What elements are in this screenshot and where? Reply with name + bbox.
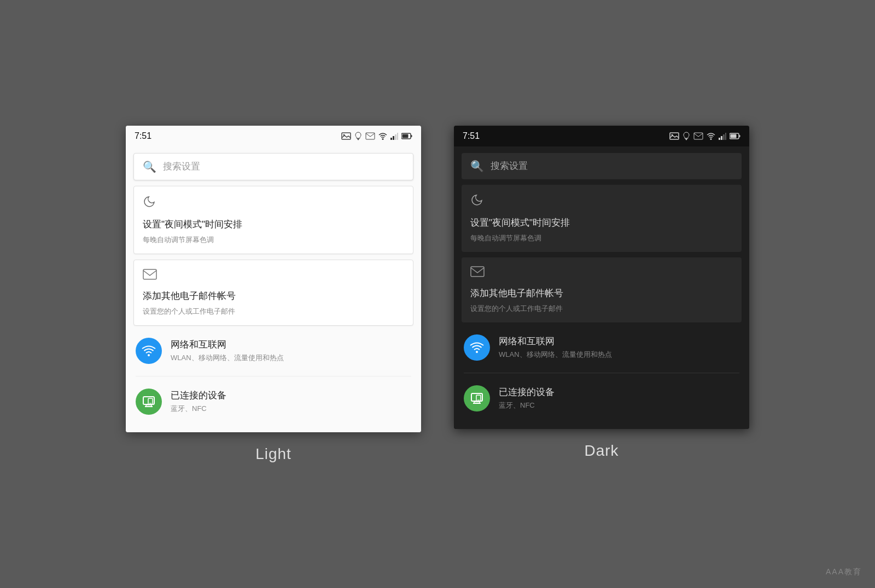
dark-divider xyxy=(464,373,739,373)
svg-rect-26 xyxy=(719,138,720,140)
svg-point-34 xyxy=(476,351,478,353)
device-icon-circle-dark xyxy=(469,391,485,406)
dark-devices-title: 已连接的设备 xyxy=(499,386,555,398)
gmail-card-icon-light xyxy=(143,269,404,283)
light-network-item[interactable]: 网络和互联网 WLAN、移动网络、流量使用和热点 xyxy=(133,331,413,371)
light-devices-subtitle: 蓝牙、NFC xyxy=(171,404,226,414)
svg-rect-31 xyxy=(731,134,737,138)
gmail-icon-light xyxy=(365,132,375,140)
wifi-circle-icon-dark xyxy=(464,334,490,361)
dark-network-title: 网络和互联网 xyxy=(499,335,612,348)
device-circle-icon-dark xyxy=(464,385,490,411)
svg-rect-0 xyxy=(342,133,351,139)
signal-icon-light xyxy=(390,132,398,140)
svg-rect-4 xyxy=(366,133,375,139)
gmail-icon-dark xyxy=(693,132,703,140)
svg-rect-13 xyxy=(143,269,156,279)
dark-status-time: 7:51 xyxy=(463,131,480,141)
dark-devices-text: 已连接的设备 蓝牙、NFC xyxy=(499,386,555,410)
dark-phone-content: 🔍 搜索设置 设置"夜间模式"时间安排 每晚自动调节屏幕色调 xyxy=(454,146,749,429)
dark-network-subtitle: WLAN、移动网络、流量使用和热点 xyxy=(499,350,612,360)
light-email-subtitle: 设置您的个人或工作电子邮件 xyxy=(143,307,404,316)
light-divider xyxy=(136,376,411,377)
light-email-title: 添加其他电子邮件帐号 xyxy=(143,290,404,302)
light-status-icons xyxy=(341,132,412,140)
battery-icon-light xyxy=(401,133,412,139)
svg-point-5 xyxy=(382,138,384,140)
wifi-circle-icon-light xyxy=(136,338,162,364)
dark-status-bar: 7:51 xyxy=(454,126,749,146)
light-email-card[interactable]: 添加其他电子邮件帐号 设置您的个人或工作电子邮件 xyxy=(133,260,413,326)
image-icon-light xyxy=(341,132,351,140)
dark-devices-subtitle: 蓝牙、NFC xyxy=(499,401,555,410)
dark-search-text: 搜索设置 xyxy=(491,160,528,172)
moon-icon-light xyxy=(143,195,404,211)
device-circle-icon-light xyxy=(136,389,162,415)
light-status-bar: 7:51 xyxy=(126,126,421,146)
image-icon-dark xyxy=(669,132,679,140)
device-icon-circle-light xyxy=(141,394,156,409)
svg-rect-32 xyxy=(739,135,740,137)
light-network-text: 网络和互联网 WLAN、移动网络、流量使用和热点 xyxy=(171,338,284,363)
light-search-bar[interactable]: 🔍 搜索设置 xyxy=(133,153,413,180)
light-phone: 7:51 xyxy=(126,126,421,432)
light-night-mode-title: 设置"夜间模式"时间安排 xyxy=(143,218,404,231)
battery-icon-dark xyxy=(730,133,740,139)
svg-rect-11 xyxy=(402,134,409,138)
dark-devices-item[interactable]: 已连接的设备 蓝牙、NFC xyxy=(462,379,742,418)
dark-status-icons xyxy=(669,132,740,140)
svg-rect-29 xyxy=(725,133,726,140)
wifi-icon-light xyxy=(378,132,387,140)
dark-search-bar[interactable]: 🔍 搜索设置 xyxy=(462,153,742,179)
wifi-icon-dark xyxy=(707,132,715,140)
svg-rect-6 xyxy=(390,138,392,140)
bulb-icon-dark xyxy=(682,132,690,140)
gmail-card-icon-dark xyxy=(470,266,733,280)
light-network-subtitle: WLAN、移动网络、流量使用和热点 xyxy=(171,353,284,363)
dark-email-card[interactable]: 添加其他电子邮件帐号 设置您的个人或工作电子邮件 xyxy=(462,257,742,322)
dark-email-subtitle: 设置您的个人或工作电子邮件 xyxy=(470,304,733,314)
light-section: 7:51 xyxy=(126,126,421,463)
dark-label: Dark xyxy=(584,442,619,460)
search-icon-dark: 🔍 xyxy=(470,160,484,173)
light-night-mode-subtitle: 每晚自动调节屏幕色调 xyxy=(143,235,404,245)
svg-rect-24 xyxy=(694,133,703,139)
svg-rect-28 xyxy=(723,134,725,140)
dark-network-item[interactable]: 网络和互联网 WLAN、移动网络、流量使用和热点 xyxy=(462,328,742,367)
dark-network-text: 网络和互联网 WLAN、移动网络、流量使用和热点 xyxy=(499,335,612,360)
light-night-mode-card[interactable]: 设置"夜间模式"时间安排 每晚自动调节屏幕色调 xyxy=(133,186,413,254)
watermark: AAA教育 xyxy=(826,567,862,577)
light-search-text: 搜索设置 xyxy=(163,160,200,173)
dark-night-mode-subtitle: 每晚自动调节屏幕色调 xyxy=(470,233,733,243)
light-devices-text: 已连接的设备 蓝牙、NFC xyxy=(171,389,226,414)
light-devices-item[interactable]: 已连接的设备 蓝牙、NFC xyxy=(133,382,413,421)
wifi-icon-circle-light xyxy=(141,345,156,357)
wifi-icon-circle-dark xyxy=(469,342,485,354)
light-status-time: 7:51 xyxy=(135,131,151,141)
svg-rect-27 xyxy=(721,136,722,140)
main-container: 7:51 xyxy=(104,104,771,485)
svg-rect-33 xyxy=(471,267,484,277)
svg-rect-12 xyxy=(411,135,412,137)
svg-point-14 xyxy=(148,354,150,356)
bulb-icon-light xyxy=(354,132,362,140)
light-devices-title: 已连接的设备 xyxy=(171,389,226,402)
search-icon-light: 🔍 xyxy=(143,160,156,173)
signal-icon-dark xyxy=(719,132,726,140)
svg-rect-8 xyxy=(395,134,396,140)
svg-rect-9 xyxy=(397,133,398,140)
light-label: Light xyxy=(255,445,291,463)
light-phone-content: 🔍 搜索设置 设置"夜间模式"时间安排 每晚自动调节屏幕色调 xyxy=(126,146,421,432)
dark-email-title: 添加其他电子邮件帐号 xyxy=(470,287,733,299)
dark-section: 7:51 xyxy=(454,126,749,460)
dark-night-mode-title: 设置"夜间模式"时间安排 xyxy=(470,216,733,229)
moon-icon-dark xyxy=(470,193,733,210)
svg-point-25 xyxy=(710,138,712,140)
svg-rect-20 xyxy=(670,133,679,139)
svg-rect-7 xyxy=(393,136,394,140)
dark-phone: 7:51 xyxy=(454,126,749,429)
dark-night-mode-card[interactable]: 设置"夜间模式"时间安排 每晚自动调节屏幕色调 xyxy=(462,185,742,252)
light-network-title: 网络和互联网 xyxy=(171,338,284,351)
